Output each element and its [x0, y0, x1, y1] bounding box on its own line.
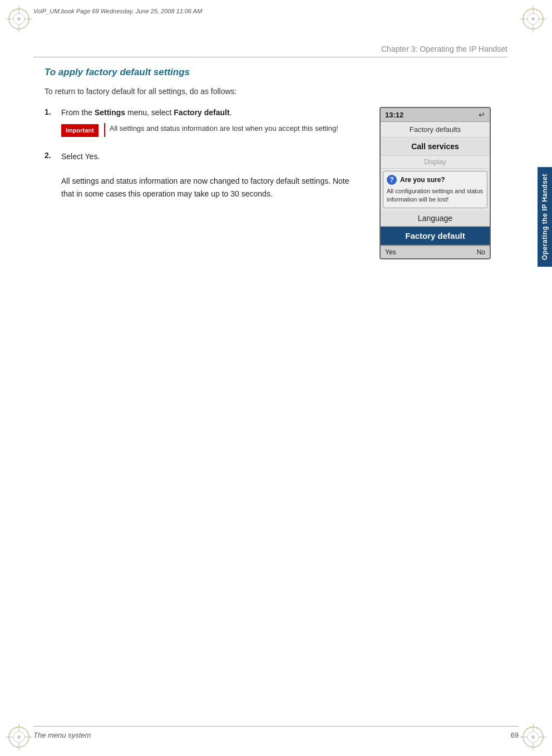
- corner-decoration-bl: [6, 724, 32, 750]
- phone-yes-button[interactable]: Yes: [385, 248, 396, 256]
- step-2-number: 2.: [45, 150, 56, 200]
- page-footer: The menu system 69: [33, 726, 519, 739]
- dialog-title: Are you sure?: [400, 176, 445, 184]
- step-1-settings-bold: Settings: [95, 108, 125, 117]
- phone-screen-header: 13:12 ↵: [381, 108, 490, 122]
- step-2: 2. Select Yes. All settings and status i…: [45, 150, 363, 200]
- corner-decoration-br: [520, 724, 546, 750]
- step-2-yes-bold: Yes: [85, 152, 98, 161]
- phone-menu-factory-default-active: Factory default: [381, 227, 490, 246]
- phone-bottom-bar: Yes No: [381, 246, 490, 258]
- phone-dialog: ? Are you sure? All configuration settin…: [383, 171, 487, 208]
- step-1-number: 1.: [45, 107, 56, 141]
- corner-decoration-tl: [6, 6, 32, 32]
- intro-text: To return to factory default for all set…: [45, 87, 496, 96]
- phone-menu-factory-defaults: Factory defaults: [381, 122, 490, 138]
- section-heading: To apply factory default settings: [45, 67, 496, 78]
- step-1-factory-default-bold: Factory default: [174, 108, 229, 117]
- phone-menu-display: Display: [381, 156, 490, 169]
- sidebar-tab: Operating the IP Handset: [538, 167, 552, 267]
- phone-screen: 13:12 ↵ Factory defaults Call services D…: [379, 107, 491, 259]
- phone-dialog-header: ? Are you sure?: [387, 175, 484, 185]
- svg-point-26: [531, 735, 535, 739]
- phone-return-icon: ↵: [479, 110, 485, 119]
- step-1: 1. From the Settings menu, select Factor…: [45, 107, 363, 141]
- chapter-header: Chapter 3: Operating the IP Handset: [33, 45, 507, 57]
- footer-page-number: 69: [511, 731, 519, 739]
- corner-decoration-tr: [520, 6, 546, 32]
- dialog-question-icon: ?: [387, 175, 397, 185]
- phone-menu-call-services: Call services: [381, 138, 490, 156]
- steps-column: 1. From the Settings menu, select Factor…: [45, 107, 363, 209]
- step-2-content: Select Yes. All settings and status info…: [61, 150, 363, 200]
- phone-time: 13:12: [385, 111, 403, 119]
- phone-image-column: 13:12 ↵ Factory defaults Call services D…: [379, 107, 496, 259]
- phone-menu-language: Language: [381, 210, 490, 227]
- dialog-body: All configuration settings and status in…: [387, 187, 484, 204]
- important-label: Important: [61, 124, 98, 137]
- svg-point-10: [531, 17, 535, 21]
- main-content: To apply factory default settings To ret…: [45, 67, 496, 711]
- file-info: VoIP_UM.book Page 69 Wednesday, June 25,…: [33, 8, 519, 14]
- svg-point-2: [17, 17, 21, 21]
- svg-point-18: [17, 735, 21, 739]
- important-text: All settings and status information are …: [104, 123, 338, 137]
- steps-phone-layout: 1. From the Settings menu, select Factor…: [45, 107, 496, 259]
- footer-left-text: The menu system: [33, 731, 91, 739]
- important-box: Important All settings and status inform…: [61, 123, 363, 137]
- phone-no-button[interactable]: No: [477, 248, 485, 256]
- step-1-content: From the Settings menu, select Factory d…: [61, 107, 363, 141]
